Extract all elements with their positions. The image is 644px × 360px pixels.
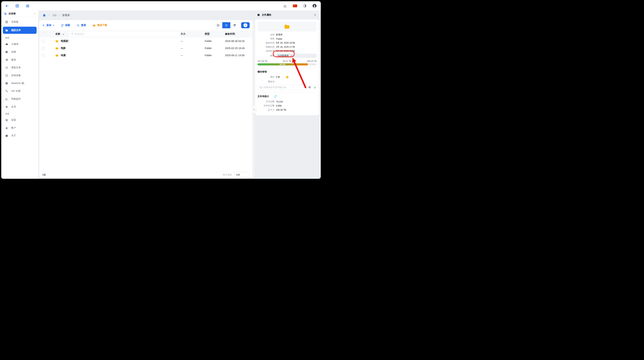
property-label: 创建时间: [258, 46, 274, 49]
sidebar-item-webdav[interactable]: WebDAV 服...: [3, 80, 36, 86]
refresh-stats-button[interactable]: [274, 95, 277, 98]
breadcrumb-home-button[interactable]: [42, 13, 46, 18]
add-button[interactable]: 添加 ▼: [42, 24, 54, 27]
filter-input[interactable]: [75, 33, 179, 35]
table-row[interactable]: 电影 — Folder 2025-02-25 18:49: [39, 45, 252, 52]
account-avatar-button[interactable]: [312, 3, 317, 9]
close-panel-button[interactable]: [313, 13, 317, 17]
refresh-button[interactable]: 刷新: [61, 24, 70, 27]
sidebar-item-label: 挂载: [11, 50, 16, 54]
sidebar-item-backup[interactable]: 备份: [3, 57, 36, 63]
menu-button[interactable]: [25, 4, 30, 8]
sidebar-item-about[interactable]: 关于: [3, 133, 36, 139]
dashboard-grid-icon: [5, 21, 8, 24]
sidebar-item-online-devices[interactable]: 在线设备: [3, 72, 36, 79]
sidebar-item-dashboard[interactable]: 仪表板: [3, 19, 36, 25]
caret-down-icon: ▼: [52, 24, 54, 26]
main-scrollbar[interactable]: [253, 20, 254, 178]
language-button[interactable]: [292, 4, 298, 8]
sidebar-item-performance[interactable]: 性能监控: [3, 96, 36, 102]
view-gallery-button[interactable]: [230, 22, 238, 28]
cache-label: 缓存: [258, 76, 274, 79]
confirm-cache-button[interactable]: [312, 86, 316, 89]
performance-button[interactable]: [283, 4, 288, 8]
breadcrumb-item-115[interactable]: 115: [52, 14, 56, 17]
view-list-button[interactable]: [222, 22, 230, 28]
stat-row: 文件夹总数 5,659: [258, 104, 316, 107]
stat-value: 155.35 TB: [276, 109, 316, 111]
back-button[interactable]: [5, 4, 9, 8]
sidebar-item-system-tasks[interactable]: 系统任务: [3, 65, 36, 71]
sort-asc-icon: ▲: [63, 33, 64, 35]
sidebar-item-account[interactable]: 账户: [3, 125, 36, 131]
property-label: 访问时间: [258, 50, 274, 53]
sidebar-item-label: 会员: [11, 105, 16, 108]
folder-icon: [55, 47, 59, 50]
property-label: 路径: [258, 54, 274, 57]
main-content-column: / 115 / 影视库 添加 ▼ 刷新: [38, 11, 254, 179]
column-name[interactable]: 名称: [55, 32, 60, 36]
breadcrumb: / 115 / 影视库: [39, 11, 252, 20]
panel-resize-handle[interactable]: [253, 106, 256, 114]
check-icon: [314, 86, 316, 89]
sidebar-item-label: 关于: [11, 134, 16, 137]
table-row[interactable]: 电视剧 — Folder 2025-06-30 03:20: [39, 38, 252, 45]
property-row-path: 路径 /115/影视库: [258, 54, 316, 58]
storage-free: 28.21 TB: [277, 60, 297, 63]
property-value: 6月 28, 2025 19:58: [276, 42, 316, 45]
topbar-left-group: [5, 4, 30, 8]
stat-label: 文件夹总数: [258, 104, 274, 107]
file-info-button[interactable]: i: [241, 22, 250, 28]
folder-stats: 文件总数 73,216 文件夹总数 5,659 总大小 155.35 TB: [258, 100, 316, 111]
sidebar-item-settings[interactable]: 设置: [3, 117, 36, 123]
top-bar: [1, 1, 321, 11]
sidebar-item-membership[interactable]: 会员: [3, 104, 36, 110]
file-name[interactable]: 动漫: [61, 54, 66, 57]
file-type: Folder: [205, 54, 225, 57]
grid-view-button[interactable]: [15, 4, 20, 8]
row-checkbox[interactable]: [42, 40, 45, 43]
theme-toggle-button[interactable]: [302, 4, 307, 8]
funnel-icon: [71, 33, 74, 35]
folder-icon: [5, 29, 8, 32]
sidebar-item-label: 备份: [11, 58, 16, 61]
directory-tree-toggle[interactable]: 目录树: [1, 11, 38, 17]
server-icon: [5, 51, 8, 54]
column-type[interactable]: 类型: [205, 32, 225, 36]
column-size[interactable]: 大小: [180, 32, 205, 36]
properties-panel-title: 文件属性: [262, 13, 312, 17]
file-name[interactable]: 电影: [61, 47, 66, 50]
user-avatar-icon: [312, 4, 317, 8]
sidebar-section-settings: 设置: [3, 113, 36, 115]
china-flag-icon: [293, 4, 297, 8]
path-value: /115/影视库: [278, 54, 289, 57]
sidebar-item-label: 在线设备: [11, 74, 21, 77]
view-grid-button[interactable]: [214, 22, 222, 28]
copy-path-button[interactable]: [290, 55, 293, 57]
row-checkbox[interactable]: [42, 47, 45, 50]
sidebar-item-cloud-storage[interactable]: 云储存: [3, 41, 36, 47]
change-to-label: 更改为: [258, 80, 274, 83]
storage-used: 167.94 TB: [258, 60, 277, 63]
properties-panel: 文件属性 名称 影视库 类型 Folder 修改时间 6月 28, 2025 1…: [254, 11, 321, 179]
page-size-input[interactable]: [234, 172, 250, 177]
table-row[interactable]: 动漫 — Folder 2025-09-11 14:58: [39, 52, 252, 59]
offline-download-label: 离线下载: [97, 24, 107, 27]
sidebar-item-mounts[interactable]: 挂载: [3, 49, 36, 55]
sidebar-item-my-files[interactable]: 我的文件: [3, 27, 36, 34]
file-type: Folder: [205, 47, 225, 50]
offline-download-button[interactable]: 离线下载: [92, 24, 107, 27]
search-button[interactable]: 搜索: [76, 24, 86, 27]
file-name[interactable]: 电视剧: [61, 40, 68, 43]
cache-seconds-input[interactable]: [258, 85, 307, 90]
row-checkbox[interactable]: [42, 54, 45, 57]
column-modified[interactable]: 修改时间: [225, 32, 250, 36]
cloud-icon: [5, 43, 8, 46]
table-header: 名称▲ 大小 类型 修改时间: [39, 31, 252, 38]
sidebar-item-api-tokens[interactable]: API 令牌: [3, 88, 36, 94]
chart-line-icon: [5, 98, 8, 101]
folder-icon: [55, 54, 59, 57]
select-all-checkbox[interactable]: [42, 33, 45, 36]
file-toolbar: 添加 ▼ 刷新 搜索 离线下载: [39, 20, 252, 31]
breadcrumb-item-current[interactable]: 影视库: [62, 14, 70, 17]
